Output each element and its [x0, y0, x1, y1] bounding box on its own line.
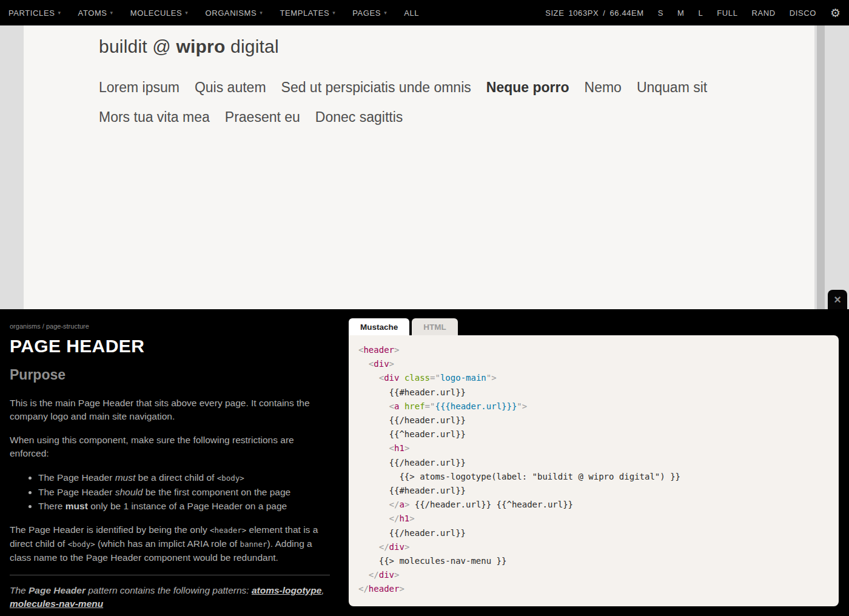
- code-line: <a href="{{{header.url}}}">: [358, 400, 829, 413]
- restrictions-list: The Page Header must be a direct child o…: [10, 470, 330, 513]
- pattern-code-section: Mustache HTML <header> <div> <div class=…: [349, 318, 839, 606]
- viewport-scrollbar[interactable]: [817, 25, 825, 309]
- chevron-down-icon: ▾: [384, 10, 387, 16]
- code-line: {{^header.url}}: [358, 427, 829, 441]
- purpose-paragraph-3: The Page Header is identified by being t…: [10, 523, 330, 564]
- close-panel-button[interactable]: ×: [828, 290, 847, 309]
- pattern-preview-area: buildit @ wipro digital Lorem ipsum Quis…: [0, 25, 849, 309]
- purpose-paragraph-1: This is the main Page Header that sits a…: [10, 397, 330, 423]
- code-line: </div>: [358, 540, 829, 554]
- code-line: <header>: [358, 343, 829, 357]
- nav-menu-item[interactable]: Quis autem: [195, 79, 266, 96]
- breadcrumb: organisms / page-structure: [10, 323, 330, 330]
- size-px-value[interactable]: 1063PX: [568, 8, 599, 18]
- nav-atoms[interactable]: ATOMS▾: [78, 8, 113, 18]
- logo-text-suffix: digital: [226, 36, 279, 56]
- code-line: </a> {{/header.url}} {{^header.url}}: [358, 498, 829, 512]
- size-large-button[interactable]: L: [698, 8, 703, 18]
- code-line: </h1>: [358, 512, 829, 526]
- disco-mode-button[interactable]: DISCO: [790, 8, 816, 18]
- code-line: {{/header.url}}: [358, 456, 829, 470]
- site-nav-menu: Lorem ipsum Quis autem Sed ut perspiciat…: [99, 79, 707, 139]
- code-line: <div>: [358, 357, 829, 371]
- size-readout: SIZE 1063PX / 66.44EM: [545, 8, 644, 18]
- nav-all[interactable]: ALL: [404, 8, 419, 18]
- gear-icon[interactable]: ⚙: [830, 7, 841, 19]
- nav-menu-item[interactable]: Praesent eu: [225, 109, 300, 126]
- chevron-down-icon: ▾: [58, 10, 61, 16]
- tab-mustache[interactable]: Mustache: [349, 318, 409, 335]
- purpose-heading: Purpose: [10, 367, 330, 383]
- pattern-description: organisms / page-structure PAGE HEADER P…: [10, 323, 330, 616]
- nav-menu-item-active[interactable]: Neque porro: [486, 79, 569, 96]
- nav-menu-item[interactable]: Nemo: [585, 79, 622, 96]
- size-random-button[interactable]: RAND: [752, 8, 776, 18]
- tab-html[interactable]: HTML: [412, 318, 458, 335]
- close-icon: ×: [834, 293, 841, 306]
- nav-menu-item[interactable]: Donec sagittis: [315, 109, 403, 126]
- logo-text-prefix: buildit @: [99, 36, 176, 56]
- list-item: There must only be 1 instance of a Page …: [38, 499, 330, 513]
- code-tabs: Mustache HTML: [349, 318, 839, 335]
- logo-text-bold: wipro: [176, 36, 226, 56]
- size-em-value[interactable]: 66.44EM: [610, 8, 644, 18]
- code-line: <div class="logo-main">: [358, 371, 829, 385]
- nav-organisms[interactable]: ORGANISMS▾: [205, 8, 263, 18]
- code-line: </div>: [358, 568, 829, 582]
- list-item: The Page Header must be a direct child o…: [38, 470, 330, 485]
- nav-molecules[interactable]: MOLECULES▾: [130, 8, 189, 18]
- size-full-button[interactable]: FULL: [717, 8, 737, 18]
- nav-menu-item[interactable]: Sed ut perspiciatis unde omnis: [281, 79, 471, 96]
- code-line: {{#header.url}}: [358, 484, 829, 498]
- purpose-paragraph-2: When using this component, make sure the…: [10, 434, 330, 460]
- code-viewer: <header> <div> <div class="logo-main"> {…: [349, 335, 839, 606]
- code-line: <h1>: [358, 441, 829, 455]
- nav-menu-row-2: Mors tua vita mea Praesent eu Donec sagi…: [99, 109, 707, 126]
- size-medium-button[interactable]: M: [677, 8, 684, 18]
- divider: [10, 575, 330, 575]
- chevron-down-icon: ▾: [110, 10, 113, 16]
- list-item: The Page Header should be the first comp…: [38, 485, 330, 499]
- page-title: PAGE HEADER: [10, 335, 330, 357]
- pattern-info-panel: organisms / page-structure PAGE HEADER P…: [0, 309, 849, 616]
- nav-menu-row-1: Lorem ipsum Quis autem Sed ut perspiciat…: [99, 79, 707, 96]
- nav-particles[interactable]: PARTICLES▾: [8, 8, 61, 18]
- nav-templates[interactable]: TEMPLATES▾: [280, 8, 335, 18]
- code-line: {{> molecules-nav-menu }}: [358, 554, 829, 568]
- code-line: {{#header.url}}: [358, 386, 829, 400]
- nav-pages[interactable]: PAGES▾: [352, 8, 387, 18]
- code-line: {{> atoms-logotype(label: "buildit @ wip…: [358, 470, 829, 484]
- chevron-down-icon: ▾: [332, 10, 335, 16]
- pattern-type-nav: PARTICLES▾ ATOMS▾ MOLECULES▾ ORGANISMS▾ …: [8, 8, 419, 18]
- code-line: {{/header.url}}: [358, 413, 829, 427]
- nav-menu-item[interactable]: Lorem ipsum: [99, 79, 180, 96]
- viewport-controls: SIZE 1063PX / 66.44EM S M L FULL RAND DI…: [545, 7, 841, 19]
- pattern-iframe: buildit @ wipro digital Lorem ipsum Quis…: [24, 25, 814, 309]
- nav-menu-item[interactable]: Unquam sit: [637, 79, 707, 96]
- pattern-lab-toolbar: PARTICLES▾ ATOMS▾ MOLECULES▾ ORGANISMS▾ …: [0, 0, 849, 25]
- size-label: SIZE: [545, 8, 564, 18]
- size-separator: /: [603, 8, 605, 18]
- contains-patterns-note: The Page Header pattern contains the fol…: [10, 584, 330, 611]
- chevron-down-icon: ▾: [185, 10, 188, 16]
- code-line: </header>: [358, 582, 829, 596]
- chevron-down-icon: ▾: [260, 10, 263, 16]
- site-logo[interactable]: buildit @ wipro digital: [99, 36, 279, 57]
- nav-menu-item[interactable]: Mors tua vita mea: [99, 109, 210, 126]
- code-line: {{/header.url}}: [358, 526, 829, 540]
- size-small-button[interactable]: S: [658, 8, 663, 18]
